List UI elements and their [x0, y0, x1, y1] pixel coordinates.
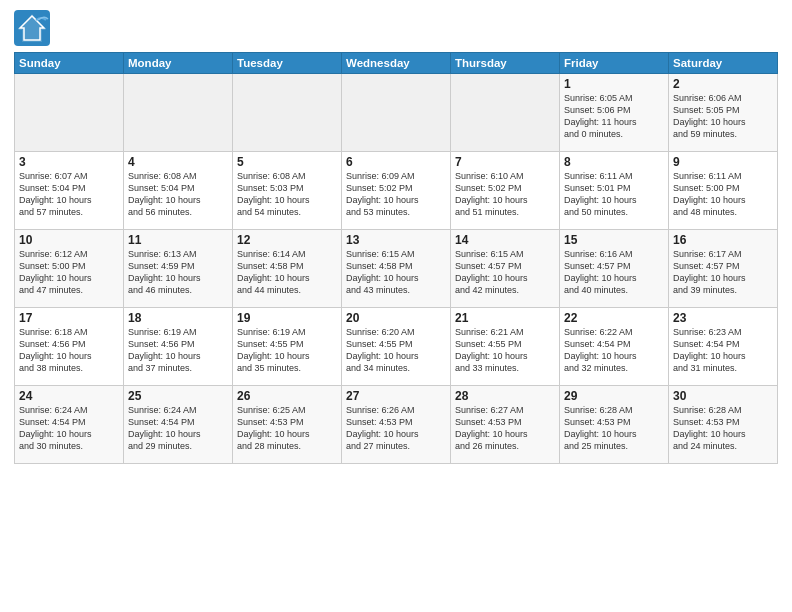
day-number: 10 — [19, 233, 119, 247]
day-number: 23 — [673, 311, 773, 325]
weekday-header: Friday — [560, 53, 669, 74]
day-number: 13 — [346, 233, 446, 247]
day-number: 9 — [673, 155, 773, 169]
calendar-cell: 4Sunrise: 6:08 AM Sunset: 5:04 PM Daylig… — [124, 152, 233, 230]
day-info: Sunrise: 6:16 AM Sunset: 4:57 PM Dayligh… — [564, 248, 664, 297]
day-number: 19 — [237, 311, 337, 325]
day-info: Sunrise: 6:05 AM Sunset: 5:06 PM Dayligh… — [564, 92, 664, 141]
day-number: 26 — [237, 389, 337, 403]
calendar-cell: 20Sunrise: 6:20 AM Sunset: 4:55 PM Dayli… — [342, 308, 451, 386]
calendar-cell: 28Sunrise: 6:27 AM Sunset: 4:53 PM Dayli… — [451, 386, 560, 464]
day-number: 29 — [564, 389, 664, 403]
weekday-header: Saturday — [669, 53, 778, 74]
day-number: 5 — [237, 155, 337, 169]
calendar-cell: 29Sunrise: 6:28 AM Sunset: 4:53 PM Dayli… — [560, 386, 669, 464]
day-info: Sunrise: 6:09 AM Sunset: 5:02 PM Dayligh… — [346, 170, 446, 219]
day-info: Sunrise: 6:22 AM Sunset: 4:54 PM Dayligh… — [564, 326, 664, 375]
weekday-header: Sunday — [15, 53, 124, 74]
logo-icon — [14, 10, 50, 46]
calendar-cell: 10Sunrise: 6:12 AM Sunset: 5:00 PM Dayli… — [15, 230, 124, 308]
calendar-cell: 14Sunrise: 6:15 AM Sunset: 4:57 PM Dayli… — [451, 230, 560, 308]
calendar-cell: 16Sunrise: 6:17 AM Sunset: 4:57 PM Dayli… — [669, 230, 778, 308]
day-number: 12 — [237, 233, 337, 247]
header — [14, 10, 778, 46]
day-info: Sunrise: 6:15 AM Sunset: 4:58 PM Dayligh… — [346, 248, 446, 297]
day-info: Sunrise: 6:10 AM Sunset: 5:02 PM Dayligh… — [455, 170, 555, 219]
calendar-cell: 27Sunrise: 6:26 AM Sunset: 4:53 PM Dayli… — [342, 386, 451, 464]
calendar-cell: 17Sunrise: 6:18 AM Sunset: 4:56 PM Dayli… — [15, 308, 124, 386]
day-number: 6 — [346, 155, 446, 169]
calendar-cell: 11Sunrise: 6:13 AM Sunset: 4:59 PM Dayli… — [124, 230, 233, 308]
calendar-cell: 12Sunrise: 6:14 AM Sunset: 4:58 PM Dayli… — [233, 230, 342, 308]
day-number: 20 — [346, 311, 446, 325]
day-info: Sunrise: 6:11 AM Sunset: 5:01 PM Dayligh… — [564, 170, 664, 219]
calendar-cell: 6Sunrise: 6:09 AM Sunset: 5:02 PM Daylig… — [342, 152, 451, 230]
day-number: 18 — [128, 311, 228, 325]
calendar-cell: 21Sunrise: 6:21 AM Sunset: 4:55 PM Dayli… — [451, 308, 560, 386]
calendar-cell: 19Sunrise: 6:19 AM Sunset: 4:55 PM Dayli… — [233, 308, 342, 386]
day-number: 27 — [346, 389, 446, 403]
day-info: Sunrise: 6:19 AM Sunset: 4:56 PM Dayligh… — [128, 326, 228, 375]
day-info: Sunrise: 6:24 AM Sunset: 4:54 PM Dayligh… — [128, 404, 228, 453]
day-info: Sunrise: 6:18 AM Sunset: 4:56 PM Dayligh… — [19, 326, 119, 375]
calendar-cell — [15, 74, 124, 152]
calendar-cell: 7Sunrise: 6:10 AM Sunset: 5:02 PM Daylig… — [451, 152, 560, 230]
calendar-cell: 2Sunrise: 6:06 AM Sunset: 5:05 PM Daylig… — [669, 74, 778, 152]
day-number: 14 — [455, 233, 555, 247]
calendar-cell: 25Sunrise: 6:24 AM Sunset: 4:54 PM Dayli… — [124, 386, 233, 464]
day-info: Sunrise: 6:24 AM Sunset: 4:54 PM Dayligh… — [19, 404, 119, 453]
calendar-cell — [124, 74, 233, 152]
calendar-cell: 8Sunrise: 6:11 AM Sunset: 5:01 PM Daylig… — [560, 152, 669, 230]
day-info: Sunrise: 6:12 AM Sunset: 5:00 PM Dayligh… — [19, 248, 119, 297]
day-info: Sunrise: 6:13 AM Sunset: 4:59 PM Dayligh… — [128, 248, 228, 297]
calendar-cell: 15Sunrise: 6:16 AM Sunset: 4:57 PM Dayli… — [560, 230, 669, 308]
day-info: Sunrise: 6:25 AM Sunset: 4:53 PM Dayligh… — [237, 404, 337, 453]
calendar-cell: 30Sunrise: 6:28 AM Sunset: 4:53 PM Dayli… — [669, 386, 778, 464]
day-info: Sunrise: 6:28 AM Sunset: 4:53 PM Dayligh… — [673, 404, 773, 453]
calendar-cell: 3Sunrise: 6:07 AM Sunset: 5:04 PM Daylig… — [15, 152, 124, 230]
day-number: 3 — [19, 155, 119, 169]
day-number: 11 — [128, 233, 228, 247]
weekday-header: Monday — [124, 53, 233, 74]
calendar-cell: 1Sunrise: 6:05 AM Sunset: 5:06 PM Daylig… — [560, 74, 669, 152]
calendar-cell: 22Sunrise: 6:22 AM Sunset: 4:54 PM Dayli… — [560, 308, 669, 386]
day-info: Sunrise: 6:19 AM Sunset: 4:55 PM Dayligh… — [237, 326, 337, 375]
calendar-cell: 9Sunrise: 6:11 AM Sunset: 5:00 PM Daylig… — [669, 152, 778, 230]
calendar-week-row: 1Sunrise: 6:05 AM Sunset: 5:06 PM Daylig… — [15, 74, 778, 152]
calendar-week-row: 3Sunrise: 6:07 AM Sunset: 5:04 PM Daylig… — [15, 152, 778, 230]
calendar-page: SundayMondayTuesdayWednesdayThursdayFrid… — [0, 0, 792, 612]
calendar-cell — [451, 74, 560, 152]
calendar-cell: 18Sunrise: 6:19 AM Sunset: 4:56 PM Dayli… — [124, 308, 233, 386]
calendar-cell — [233, 74, 342, 152]
logo — [14, 10, 54, 46]
day-number: 2 — [673, 77, 773, 91]
day-number: 16 — [673, 233, 773, 247]
day-number: 28 — [455, 389, 555, 403]
day-number: 21 — [455, 311, 555, 325]
day-number: 24 — [19, 389, 119, 403]
calendar-cell: 13Sunrise: 6:15 AM Sunset: 4:58 PM Dayli… — [342, 230, 451, 308]
day-info: Sunrise: 6:27 AM Sunset: 4:53 PM Dayligh… — [455, 404, 555, 453]
day-number: 1 — [564, 77, 664, 91]
calendar-header-row: SundayMondayTuesdayWednesdayThursdayFrid… — [15, 53, 778, 74]
day-number: 30 — [673, 389, 773, 403]
calendar-week-row: 24Sunrise: 6:24 AM Sunset: 4:54 PM Dayli… — [15, 386, 778, 464]
day-number: 25 — [128, 389, 228, 403]
calendar-cell: 23Sunrise: 6:23 AM Sunset: 4:54 PM Dayli… — [669, 308, 778, 386]
day-info: Sunrise: 6:07 AM Sunset: 5:04 PM Dayligh… — [19, 170, 119, 219]
calendar-cell: 24Sunrise: 6:24 AM Sunset: 4:54 PM Dayli… — [15, 386, 124, 464]
day-number: 17 — [19, 311, 119, 325]
weekday-header: Thursday — [451, 53, 560, 74]
calendar-cell — [342, 74, 451, 152]
weekday-header: Tuesday — [233, 53, 342, 74]
day-number: 4 — [128, 155, 228, 169]
weekday-header: Wednesday — [342, 53, 451, 74]
day-info: Sunrise: 6:08 AM Sunset: 5:03 PM Dayligh… — [237, 170, 337, 219]
calendar-week-row: 10Sunrise: 6:12 AM Sunset: 5:00 PM Dayli… — [15, 230, 778, 308]
day-info: Sunrise: 6:15 AM Sunset: 4:57 PM Dayligh… — [455, 248, 555, 297]
day-info: Sunrise: 6:11 AM Sunset: 5:00 PM Dayligh… — [673, 170, 773, 219]
calendar-cell: 5Sunrise: 6:08 AM Sunset: 5:03 PM Daylig… — [233, 152, 342, 230]
day-number: 7 — [455, 155, 555, 169]
day-info: Sunrise: 6:17 AM Sunset: 4:57 PM Dayligh… — [673, 248, 773, 297]
day-number: 15 — [564, 233, 664, 247]
